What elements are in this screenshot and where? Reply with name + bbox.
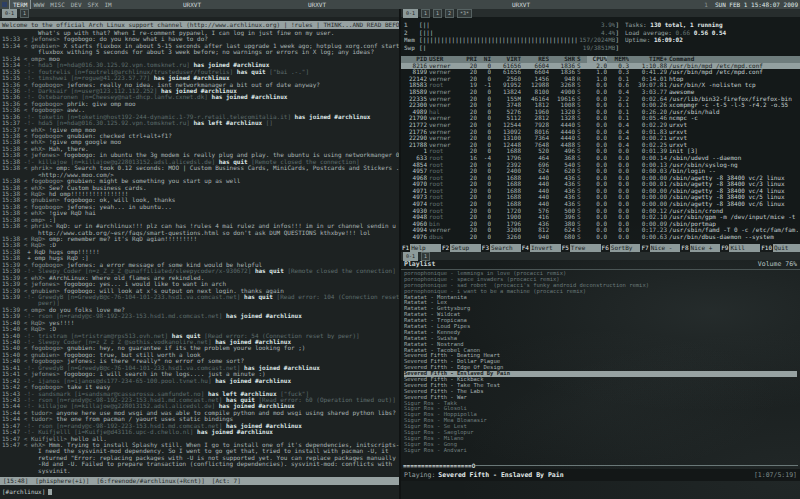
channel-topic: Welcome to the official Arch Linux suppo…: [0, 21, 399, 29]
wm-tag[interactable]: 1: [20, 9, 29, 18]
process-row[interactable]: 22335verner200155M4616419616S0.02.20:02.…: [401, 96, 800, 103]
fkey-f4[interactable]: F4Invert: [521, 244, 561, 252]
progress-track: [475, 465, 798, 466]
column-header-cpu[interactable]: CPU%: [587, 56, 607, 63]
wm-tag[interactable]: *3*: [457, 9, 472, 18]
ncmpc-wmtags: 0-11: [401, 252, 800, 260]
process-row[interactable]: 21776verner2001309280164440S0.00.40:01.8…: [401, 129, 800, 136]
process-row[interactable]: 18583root19-191952129883268S0.00.639:07.…: [401, 82, 800, 89]
process-row[interactable]: 21788verner2001244876484488S0.00.40:02.2…: [401, 142, 800, 149]
process-row[interactable]: 4994verner2003200812624S0.00.00:17.23/us…: [401, 227, 800, 234]
column-header-shr[interactable]: SHR: [551, 56, 575, 63]
system-info-line: Load average: 0.66 0.56 0.54: [625, 29, 797, 37]
process-row[interactable]: 4960bin2001796436380S0.00.00:00.09/sbin/…: [401, 221, 800, 228]
column-header-user[interactable]: USER: [429, 56, 461, 63]
process-row[interactable]: 4854root2002392696540S0.00.00:00.13/usr/…: [401, 162, 800, 169]
topbar-right: 1 SUN FEB 1 15:48:07 2009: [704, 0, 798, 9]
htop-window: 0-1112*3* 1[||3.9%]2[|||4.4%]Mem[|||||||…: [401, 9, 800, 252]
htop-meters: 1[||3.9%]2[|||4.4%]Mem[|||||||||||||||||…: [401, 17, 800, 53]
process-row[interactable]: 4974root2001688440436S0.00.00:00.00/sbin…: [401, 201, 800, 208]
now-playing-song: Severed Fifth - Enslaved By Pain: [438, 471, 563, 479]
process-row[interactable]: 4971root2001688440436S0.00.00:00.00/sbin…: [401, 188, 800, 195]
tag-dev[interactable]: DEV: [68, 0, 85, 9]
irssi-wmtags: 0-11: [0, 9, 399, 17]
column-header-mem[interactable]: MEM%: [609, 56, 629, 63]
fkey-f2[interactable]: F2Setup: [441, 244, 481, 252]
fkey-f5[interactable]: F5Tree: [561, 244, 601, 252]
column-header-res[interactable]: RES: [523, 56, 549, 63]
process-row[interactable]: 4930root2001720576500S0.00.00:00.12/usr/…: [401, 208, 800, 215]
process-row[interactable]: 21772verner2001254479284440S0.00.40:02.2…: [401, 122, 800, 129]
wm-tag[interactable]: 0-1: [403, 9, 418, 18]
process-row[interactable]: 4970root2001688440436S0.00.00:00.01/sbin…: [401, 181, 800, 188]
statusbar-item: [15:48]: [3, 477, 28, 485]
process-row[interactable]: 633root16-41796464368S0.00.00:00.14/sbin…: [401, 155, 800, 162]
column-header-s[interactable]: S: [577, 56, 585, 63]
cpu-mem-meter: 2[|||4.4%]: [404, 29, 619, 37]
wm-tag[interactable]: 0-1: [2, 9, 17, 18]
fkey-f1[interactable]: F1Help: [401, 244, 441, 252]
fkey-f7[interactable]: F7Nice -: [640, 244, 680, 252]
fkey-f3[interactable]: F3Search: [481, 244, 521, 252]
process-table-header: PIDUSERPRINIVIRTRESSHRSCPU%MEM%TIME+Comm…: [401, 56, 800, 63]
track-progress-bar[interactable]: ===================O: [403, 462, 798, 469]
process-row[interactable]: 4968root2001688440436S0.00.00:00.00/sbin…: [401, 175, 800, 182]
progress-elapsed: ===================O: [403, 462, 475, 469]
irc-line: fluxbox withing 5 seconds for about 3 we…: [2, 49, 399, 55]
statusbar-item: [phisphere(+i)]: [35, 477, 89, 485]
process-row[interactable]: 22300verner200374818121008S0.00.10:00.26…: [401, 102, 800, 109]
system-info-line: Tasks: 130 total, 1 running: [625, 21, 797, 29]
fkey-f9[interactable]: F9Kill: [720, 244, 760, 252]
statusbar-item: [Act: 7]: [212, 477, 241, 485]
wm-tag[interactable]: 1: [433, 9, 442, 18]
process-row[interactable]: 1root2001688520496S0.00.00:01.39init [3]: [401, 148, 800, 155]
process-row[interactable]: 18589verner2001382481004900S0.00.43:03.7…: [401, 89, 800, 96]
process-row[interactable]: 21790verner200511228121328S0.00.10:05.46…: [401, 115, 800, 122]
htop-wmtags: 0-1112*3*: [401, 9, 800, 17]
irc-chat-log[interactable]: What's up with that? When I re-comment p…: [2, 30, 399, 477]
tag-misc[interactable]: MISC: [47, 0, 67, 9]
ncmpc-window: 0-11 Playlist Volume 76% pornophonique -…: [401, 252, 800, 481]
wm-tag[interactable]: 1: [421, 9, 430, 18]
fkey-f8[interactable]: F8Nice +: [680, 244, 720, 252]
fkey-f6[interactable]: F6SortBy: [601, 244, 641, 252]
window-title[interactable]: URXVT: [308, 0, 326, 9]
now-playing-bar: Playing: Severed Fifth - Enslaved By Pai…: [401, 469, 800, 481]
window-title[interactable]: URXVT: [183, 0, 201, 9]
column-header-virt[interactable]: VIRT: [493, 56, 521, 63]
process-row[interactable]: 4973root2001688440436S0.00.00:00.00/sbin…: [401, 194, 800, 201]
column-header-ni[interactable]: NI: [479, 56, 491, 63]
irc-input-line[interactable]: [#archlinux]: [2, 487, 399, 496]
screen-number: 1: [704, 0, 708, 9]
clock: SUN FEB 1 15:48:07 2009: [715, 0, 798, 9]
playlist-item[interactable]: Sigur Ros - Andvari: [404, 448, 797, 454]
tag-www[interactable]: WWW: [30, 0, 47, 9]
process-table[interactable]: PIDUSERPRINIVIRTRESSHRSCPU%MEM%TIME+Comm…: [401, 56, 800, 244]
irssi-statusbar: [15:48][phisphere(+i)][6:freenode/#archl…: [0, 477, 399, 485]
desktop: TERMWWWMISCDEVSFXIM 1 SUN FEB 1 15:48:07…: [0, 0, 800, 499]
column-header-time[interactable]: TIME+: [631, 56, 667, 63]
wm-tag[interactable]: 2: [445, 9, 454, 18]
column-header-pid[interactable]: PID: [403, 56, 427, 63]
tag-sfx[interactable]: SFX: [85, 0, 102, 9]
cpu-mem-meter: Mem[||||||||||||||||||||||||||||||||||||…: [404, 36, 619, 44]
process-row[interactable]: 4948root2001900416396S0.00.00:02.10/usr/…: [401, 214, 800, 221]
playing-label: Playing:: [404, 471, 435, 479]
process-row[interactable]: 22142verner20025601456948R1.00.10:14.01h…: [401, 76, 800, 83]
htop-function-keys: F1HelpF2SetupF3SearchF4InvertF5TreeF6Sor…: [401, 244, 800, 252]
column-header-command[interactable]: Command: [669, 56, 798, 63]
process-row[interactable]: 8199verner2006165666041836S1.00.30:41.29…: [401, 69, 800, 76]
process-row[interactable]: 8216verner2006165666041836S2.00.31:10.88…: [401, 63, 800, 70]
playlist[interactable]: pornophonique - lemmings in love (procac…: [404, 271, 797, 461]
tag-im[interactable]: IM: [101, 0, 114, 9]
fkey-f10[interactable]: F10Quit: [760, 244, 800, 252]
tag-term[interactable]: TERM: [10, 0, 30, 9]
process-row[interactable]: 22290verner2001310073644440S0.00.40:00.2…: [401, 135, 800, 142]
process-row[interactable]: 4976dbus2003260940680S0.00.00:00.63/usr/…: [401, 234, 800, 241]
process-row[interactable]: 4957root2002400624620S0.00.00:00.03/bin/…: [401, 168, 800, 175]
window-title[interactable]: URXVT: [512, 0, 530, 9]
volume-indicator: Volume 76%: [758, 260, 797, 269]
process-row[interactable]: 4989hal200527619601320S0.00.10:26.20/usr…: [401, 109, 800, 116]
irc-line: 15:39 -!- GreedyB [n=GreedyB@c-76-104-10…: [2, 294, 399, 300]
column-header-pri[interactable]: PRI: [463, 56, 477, 63]
